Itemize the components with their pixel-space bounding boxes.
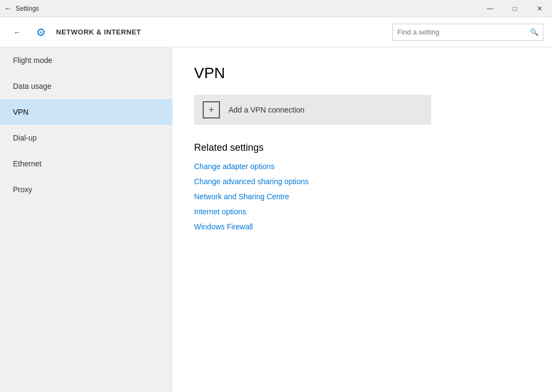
change-sharing-link[interactable]: Change advanced sharing options xyxy=(194,177,530,186)
sidebar-label-data-usage: Data usage xyxy=(13,82,52,90)
plus-icon: + xyxy=(203,101,220,118)
change-adapter-link[interactable]: Change adapter options xyxy=(194,162,530,171)
sidebar-item-data-usage[interactable]: Data usage xyxy=(0,73,172,99)
windows-firewall-link[interactable]: Windows Firewall xyxy=(194,222,530,231)
title-bar-controls: — □ ✕ xyxy=(478,0,552,17)
add-vpn-button[interactable]: + Add a VPN connection xyxy=(194,95,431,125)
sidebar-item-proxy[interactable]: Proxy xyxy=(0,177,172,202)
sidebar-item-ethernet[interactable]: Ethernet xyxy=(0,151,172,177)
search-icon: 🔍 xyxy=(530,28,539,36)
internet-options-link[interactable]: Internet options xyxy=(194,207,530,216)
back-button[interactable]: ← xyxy=(9,24,26,41)
add-vpn-label: Add a VPN connection xyxy=(229,106,305,114)
sidebar-item-vpn[interactable]: VPN xyxy=(0,99,172,125)
sidebar-item-dial-up[interactable]: Dial-up xyxy=(0,125,172,151)
sidebar-label-flight-mode: Flight mode xyxy=(13,56,52,65)
app-title: NETWORK & INTERNET xyxy=(56,28,384,36)
app-header: ← ⚙ NETWORK & INTERNET 🔍 xyxy=(0,17,552,47)
network-sharing-link[interactable]: Network and Sharing Centre xyxy=(194,192,530,201)
search-box[interactable]: 🔍 xyxy=(392,24,543,41)
back-arrow-icon[interactable]: ← xyxy=(4,4,11,12)
page-title: VPN xyxy=(194,65,530,82)
minimize-button[interactable]: — xyxy=(478,0,502,17)
maximize-button[interactable]: □ xyxy=(502,0,527,17)
sidebar-label-ethernet: Ethernet xyxy=(13,159,42,168)
sidebar-item-flight-mode[interactable]: Flight mode xyxy=(0,47,172,73)
sidebar: Flight mode Data usage VPN Dial-up Ether… xyxy=(0,47,172,392)
title-bar-title: Settings xyxy=(16,5,39,12)
title-bar-left: ← Settings xyxy=(4,4,39,12)
content-area: VPN + Add a VPN connection Related setti… xyxy=(172,47,552,392)
related-settings-title: Related settings xyxy=(194,142,530,153)
search-input[interactable] xyxy=(397,28,530,36)
title-bar: ← Settings — □ ✕ xyxy=(0,0,552,17)
settings-gear-icon: ⚙ xyxy=(34,26,47,39)
close-button[interactable]: ✕ xyxy=(527,0,552,17)
main-layout: Flight mode Data usage VPN Dial-up Ether… xyxy=(0,47,552,392)
sidebar-label-vpn: VPN xyxy=(13,108,29,116)
sidebar-label-proxy: Proxy xyxy=(13,185,32,194)
sidebar-label-dial-up: Dial-up xyxy=(13,134,37,142)
